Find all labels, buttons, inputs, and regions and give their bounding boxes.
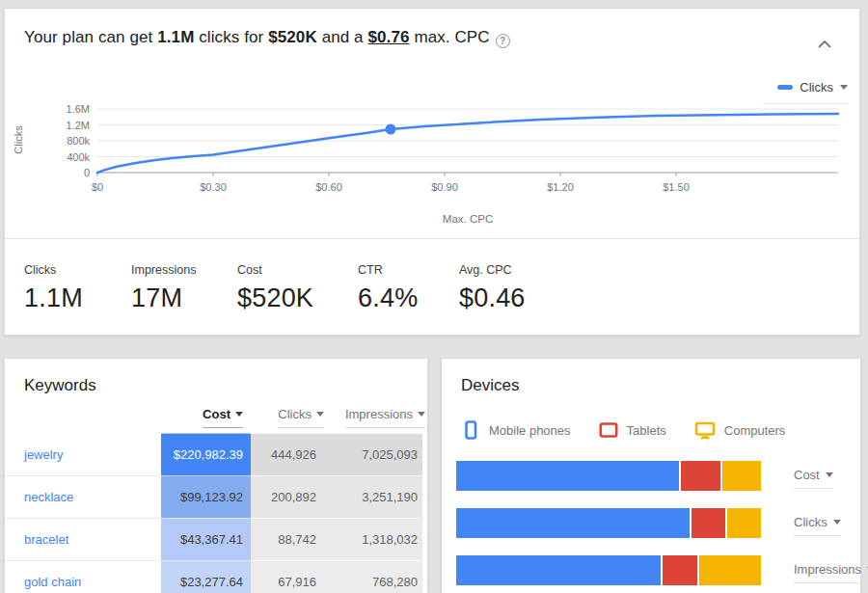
sort-header-clicks[interactable]: Clicks [251, 407, 324, 428]
legend-label-tablets: Tablets [627, 423, 666, 438]
devices-metric-dropdown-impressions[interactable]: Impressions [794, 562, 868, 583]
stat-label: Impressions [131, 263, 196, 277]
stat-label: Cost [237, 263, 313, 277]
keyword-cell: jewelry [5, 433, 161, 475]
mobile-phone-icon [461, 420, 480, 440]
bar-segment-mobile [456, 555, 661, 585]
sort-caret-icon [418, 412, 425, 417]
clicks-series-swatch [777, 85, 793, 90]
device-bar-row-impressions: Impressions [456, 555, 761, 585]
devices-title: Devices [461, 376, 519, 395]
sort-header-cost[interactable]: Cost [161, 407, 243, 428]
legend-item-computers: Computers [694, 420, 786, 440]
devices-metric-dropdown-cost[interactable]: Cost [794, 468, 833, 489]
help-icon[interactable]: ? [496, 34, 510, 48]
headline-mid1: clicks for [194, 28, 268, 46]
legend-label-computers: Computers [724, 423, 786, 438]
keyword-link[interactable]: bracelet [24, 532, 68, 547]
stat-value: 6.4% [358, 283, 418, 313]
headline-prefix: Your plan can get [24, 28, 157, 46]
bar-segment-tablets [679, 461, 720, 491]
computer-icon [694, 420, 716, 440]
keyword-cell: necklace [5, 475, 161, 518]
keyword-table-row: jewelry$220,982.39444,9267,025,093 [5, 433, 429, 475]
metric-dropdown-label: Clicks [794, 515, 827, 529]
legend-item-tablets: Tablets [599, 420, 666, 440]
cost-cell: $220,982.39 [161, 433, 251, 475]
cost-cell: $23,277.64 [161, 560, 251, 593]
svg-text:400k: 400k [67, 151, 90, 163]
bar-segment-computers [720, 461, 761, 491]
sort-caret-icon [235, 412, 243, 417]
stat-value: 1.1M [24, 283, 83, 313]
bar-segment-tablets [661, 555, 697, 585]
stat-value: 17M [131, 283, 196, 313]
svg-text:0: 0 [84, 167, 90, 178]
impressions-cell: 768,280 [330, 560, 422, 593]
stat-label: Avg. CPC [459, 263, 526, 277]
clicks-header-label: Clicks [278, 407, 312, 421]
bar-segment-mobile [456, 461, 679, 491]
stacked-bar [456, 508, 761, 538]
stat-value: $520K [237, 283, 313, 313]
svg-text:$0.60: $0.60 [315, 181, 342, 193]
legend-item-mobile: Mobile phones [461, 420, 571, 440]
bar-segment-mobile [456, 508, 690, 538]
svg-text:800k: 800k [67, 135, 90, 147]
stat-label: CTR [358, 263, 418, 277]
clicks-cell: 88,742 [251, 518, 330, 560]
svg-text:1.2M: 1.2M [67, 120, 90, 131]
keywords-title: Keywords [24, 376, 96, 395]
cpc-clicks-line-chart: 0400k800k1.2M1.6M$0$0.30$0.60$0.90$1.20$… [5, 100, 861, 197]
headline-cost-value: $520K [268, 28, 317, 46]
impressions-header-label: Impressions [345, 407, 413, 421]
tablet-icon [599, 420, 618, 440]
svg-text:$0: $0 [92, 181, 103, 193]
sort-header-impressions[interactable]: Impressions [330, 407, 425, 428]
svg-text:$1.50: $1.50 [663, 181, 690, 193]
chevron-up-icon [818, 40, 831, 48]
legend-label-mobile: Mobile phones [489, 423, 571, 438]
impressions-cell: 3,251,190 [330, 475, 422, 518]
headline-cpc-value[interactable]: $0.76 [368, 28, 410, 46]
stat-label: Clicks [24, 263, 83, 277]
cost-header-label: Cost [203, 407, 231, 421]
headline-clicks-value: 1.1M [157, 28, 194, 46]
forecast-card: Your plan can get 1.1M clicks for $520K … [4, 8, 860, 336]
keywords-card: Keywords Cost Clicks Impressions jewelry… [4, 358, 428, 593]
keyword-link[interactable]: necklace [24, 490, 73, 504]
keyword-link[interactable]: gold chain [24, 575, 81, 589]
x-axis-title: Max. CPC [97, 213, 838, 225]
keywords-table-header: Cost Clicks Impressions [5, 407, 429, 428]
stat-value: $0.46 [459, 283, 526, 313]
svg-text:1.6M: 1.6M [67, 103, 90, 115]
devices-card: Devices Mobile phones Tablets Computers … [441, 358, 861, 593]
impressions-cell: 1,318,032 [330, 518, 422, 560]
keyword-table-row: necklace$99,123.92200,8923,251,190 [5, 475, 429, 518]
collapse-panel-button[interactable] [815, 36, 834, 51]
devices-metric-dropdown-clicks[interactable]: Clicks [794, 515, 841, 536]
metric-dropdown-label: Cost [794, 468, 820, 482]
bar-segment-tablets [690, 508, 725, 538]
keyword-table-row: gold chain$23,277.6467,916768,280 [5, 560, 429, 593]
clicks-cell: 67,916 [251, 560, 330, 593]
keyword-link[interactable]: jewelry [24, 447, 63, 462]
stacked-bar [456, 461, 761, 491]
bar-segment-computers [725, 508, 761, 538]
device-bar-row-clicks: Clicks [456, 508, 761, 538]
headline-mid2: and a [317, 28, 368, 46]
clicks-cell: 200,892 [251, 475, 330, 518]
stat-impressions: Impressions17M [131, 263, 196, 313]
cost-cell: $99,123.92 [161, 475, 251, 518]
svg-text:$0.90: $0.90 [431, 181, 458, 193]
sort-caret-icon [316, 412, 324, 417]
keyword-cell: bracelet [5, 518, 161, 560]
cost-cell: $43,367.41 [161, 518, 251, 560]
plan-summary-headline: Your plan can get 1.1M clicks for $520K … [24, 28, 510, 48]
stat-ctr: CTR6.4% [358, 263, 418, 313]
stat-cost: Cost$520K [237, 263, 313, 313]
chevron-down-icon [833, 520, 841, 525]
stat-clicks: Clicks1.1M [24, 263, 83, 313]
stacked-bar [456, 555, 761, 585]
stat-avg-cpc: Avg. CPC$0.46 [459, 263, 526, 313]
